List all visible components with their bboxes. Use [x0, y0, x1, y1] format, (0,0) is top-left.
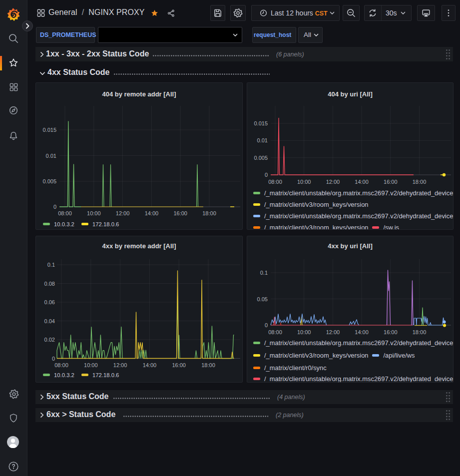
svg-text:0: 0 — [52, 356, 55, 362]
svg-text:0.1: 0.1 — [260, 270, 268, 276]
svg-text:0.01: 0.01 — [257, 137, 268, 143]
svg-text:10:00: 10:00 — [84, 362, 98, 368]
svg-text:0.06: 0.06 — [44, 299, 55, 305]
svg-text:16:00: 16:00 — [173, 210, 187, 216]
svg-text:0: 0 — [265, 322, 268, 328]
svg-text:08:00: 08:00 — [268, 179, 282, 185]
svg-text:0.005: 0.005 — [254, 155, 268, 161]
svg-text:14:00: 14:00 — [355, 179, 369, 185]
svg-text:08:00: 08:00 — [58, 210, 72, 216]
svg-text:0.05: 0.05 — [257, 296, 268, 302]
svg-text:08:00: 08:00 — [54, 362, 68, 368]
svg-text:0.04: 0.04 — [44, 318, 55, 324]
svg-text:16:00: 16:00 — [384, 329, 398, 335]
svg-text:0.01: 0.01 — [46, 153, 56, 159]
svg-text:12:00: 12:00 — [113, 362, 127, 368]
svg-text:14:00: 14:00 — [355, 329, 369, 335]
svg-text:14:00: 14:00 — [145, 210, 159, 216]
svg-text:0.1: 0.1 — [47, 262, 55, 268]
svg-text:18:00: 18:00 — [202, 210, 216, 216]
svg-text:0: 0 — [265, 172, 268, 178]
svg-text:12:00: 12:00 — [326, 329, 340, 335]
svg-text:10:00: 10:00 — [297, 329, 311, 335]
svg-text:0.015: 0.015 — [254, 120, 268, 126]
svg-text:10:00: 10:00 — [87, 210, 101, 216]
svg-text:16:00: 16:00 — [384, 179, 398, 185]
svg-text:16:00: 16:00 — [172, 362, 186, 368]
svg-text:08:00: 08:00 — [268, 329, 282, 335]
svg-text:10:00: 10:00 — [297, 179, 311, 185]
svg-text:12:00: 12:00 — [116, 210, 130, 216]
svg-text:0.02: 0.02 — [44, 337, 55, 343]
svg-text:14:00: 14:00 — [143, 362, 157, 368]
svg-text:12:00: 12:00 — [326, 179, 340, 185]
svg-text:0.005: 0.005 — [42, 178, 56, 184]
svg-text:0: 0 — [53, 204, 56, 210]
svg-text:18:00: 18:00 — [413, 179, 427, 185]
svg-text:18:00: 18:00 — [201, 362, 215, 368]
svg-text:0.015: 0.015 — [42, 127, 56, 133]
svg-text:18:00: 18:00 — [413, 329, 427, 335]
svg-text:0.08: 0.08 — [44, 281, 55, 287]
